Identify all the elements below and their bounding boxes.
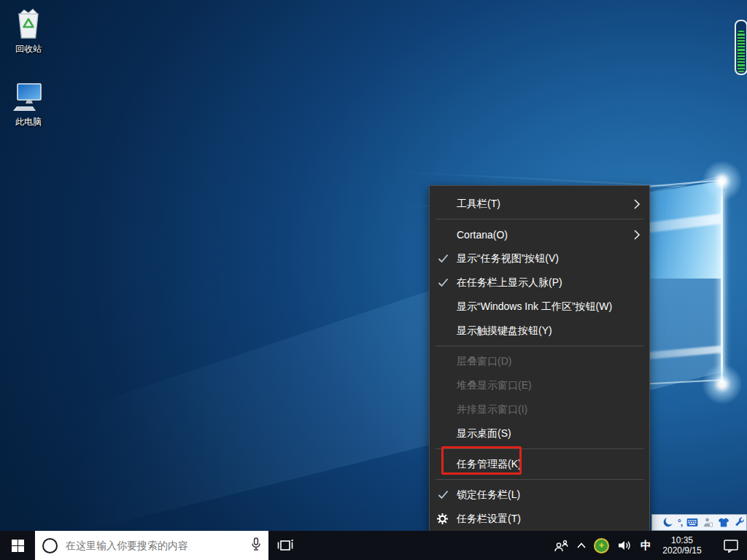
menu-item-side-by-side-windows: 并排显示窗口(I) — [430, 397, 649, 421]
level-meter-fill — [738, 31, 745, 72]
taskbar: + 中 10:35 2020/9/15 — [0, 531, 747, 560]
menu-item-task-manager[interactable]: 任务管理器(K) — [430, 452, 649, 476]
menu-item-label: 显示桌面(S) — [457, 427, 511, 440]
menu-item-cortana[interactable]: Cortana(O) — [430, 222, 649, 246]
desktop-icon-recycle-bin[interactable]: 回收站 — [1, 6, 56, 55]
ime-language-indicator[interactable]: 中 — [640, 539, 651, 553]
taskbar-clock[interactable]: 10:35 2020/9/15 — [659, 535, 705, 556]
menu-item-label: 显示“Windows Ink 工作区”按钮(W) — [457, 300, 612, 314]
people-icon[interactable] — [554, 540, 569, 552]
chevron-right-icon — [634, 199, 640, 211]
volume-icon[interactable] — [617, 540, 632, 551]
menu-item-label: 层叠窗口(D) — [457, 355, 511, 368]
action-center-icon[interactable] — [723, 539, 740, 553]
menu-separator — [436, 448, 643, 449]
menu-item-label: 任务栏设置(T) — [457, 513, 521, 526]
checkmark-icon — [438, 490, 449, 502]
menu-item-label: 并排显示窗口(I) — [457, 403, 527, 416]
this-pc-icon — [1, 79, 56, 114]
menu-item-show-people[interactable]: 在任务栏上显示人脉(P) — [430, 271, 649, 295]
desktop-icon-label: 回收站 — [1, 43, 56, 55]
soft-keyboard-icon[interactable] — [686, 517, 698, 529]
recycle-bin-icon — [1, 6, 56, 41]
menu-separator — [436, 479, 643, 480]
menu-item-show-desktop[interactable]: 显示桌面(S) — [430, 421, 649, 446]
level-meter-indicator — [735, 20, 747, 75]
menu-item-show-task-view-button[interactable]: 显示“任务视图”按钮(V) — [430, 246, 649, 271]
moon-icon[interactable] — [662, 517, 673, 529]
menu-item-show-touch-keyboard[interactable]: 显示触摸键盘按钮(Y) — [430, 319, 649, 343]
menu-item-show-windows-ink[interactable]: 显示“Windows Ink 工作区”按钮(W) — [430, 295, 649, 319]
menu-item-taskbar-settings[interactable]: 任务栏设置(T) — [430, 507, 649, 531]
task-view-icon — [277, 539, 294, 552]
gear-icon — [436, 513, 449, 527]
wallpaper-window-edge — [721, 181, 723, 383]
taskbar-context-menu: 工具栏(T) Cortana(O) 显示“任务视图”按钮(V) 在任务栏上显示人… — [429, 185, 650, 534]
menu-item-cascade-windows: 层叠窗口(D) — [430, 349, 649, 373]
show-hidden-icons-chevron[interactable] — [577, 542, 586, 548]
menu-separator — [436, 219, 643, 219]
desktop-icon-this-pc[interactable]: 此电脑 — [1, 79, 56, 128]
menu-item-label: 显示触摸键盘按钮(Y) — [457, 324, 552, 338]
antivirus-tray-icon[interactable]: + — [594, 538, 609, 553]
search-input[interactable] — [64, 539, 244, 552]
menu-item-label: 任务管理器(K) — [457, 458, 522, 471]
punctuation-mode-icon[interactable]: °, — [678, 517, 682, 529]
windows-logo-icon — [12, 540, 24, 552]
start-button[interactable] — [0, 531, 35, 560]
wallpaper-glow-bottom — [702, 364, 743, 405]
menu-item-toolbars[interactable]: 工具栏(T) — [430, 192, 649, 216]
menu-item-stack-windows: 堆叠显示窗口(E) — [430, 373, 649, 397]
menu-separator — [436, 346, 643, 346]
microphone-icon[interactable] — [251, 537, 261, 554]
skin-tshirt-icon[interactable] — [718, 517, 729, 529]
checkmark-icon — [438, 278, 449, 289]
system-tray: + 中 10:35 2020/9/15 — [554, 531, 747, 560]
taskbar-search-box[interactable] — [35, 531, 268, 560]
menu-item-label: 显示“任务视图”按钮(V) — [457, 252, 559, 265]
menu-item-label: 在任务栏上显示人脉(P) — [457, 276, 562, 289]
wrench-icon[interactable] — [734, 517, 745, 529]
menu-item-label: 锁定任务栏(L) — [457, 489, 520, 502]
user-page-icon[interactable] — [703, 517, 713, 529]
menu-item-lock-taskbar[interactable]: 锁定任务栏(L) — [430, 483, 649, 507]
chevron-right-icon — [634, 230, 640, 242]
ime-toolbar: °, — [651, 514, 747, 531]
wallpaper-glow-top — [702, 160, 743, 201]
task-view-button[interactable] — [268, 531, 302, 560]
cortana-circle-icon — [42, 538, 58, 553]
checkmark-icon — [438, 254, 449, 265]
menu-item-label: Cortana(O) — [457, 229, 508, 241]
menu-item-label: 堆叠显示窗口(E) — [457, 379, 532, 392]
desktop-icon-label: 此电脑 — [1, 116, 56, 128]
clock-time: 10:35 — [659, 535, 705, 545]
menu-item-label: 工具栏(T) — [457, 198, 500, 211]
clock-date: 2020/9/15 — [659, 545, 705, 556]
